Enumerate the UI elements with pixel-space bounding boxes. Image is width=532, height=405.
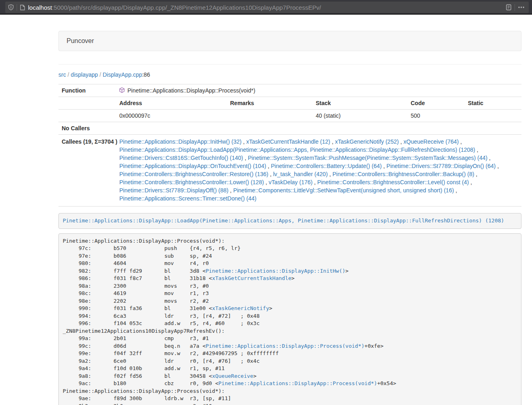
breadcrumb-link[interactable]: src	[58, 71, 66, 78]
highlighted-symbol-link[interactable]: Pinetime::Applications::DisplayApp::Load…	[63, 218, 504, 224]
callee-link[interactable]: Pinetime::Applications::Screens::Timer::…	[119, 195, 256, 202]
function-name: Pinetime::Applications::DisplayApp::Proc…	[127, 86, 255, 95]
static-value	[465, 110, 521, 122]
callees-label: Callees (19, Σ=3704 )	[58, 135, 116, 207]
symbol-cube-icon	[119, 87, 125, 95]
callee-link[interactable]: Pinetime::Components::LittleVgl::SetNewT…	[233, 187, 454, 194]
asm-symbol-link[interactable]: xTaskGenericNotify	[212, 305, 269, 311]
col-stack: Stack	[312, 97, 407, 110]
page-info-icon[interactable]	[20, 4, 25, 11]
url-text[interactable]: localhost:5000/path/src/displayapp/Displ…	[28, 4, 321, 11]
asm-symbol-link[interactable]: Pinetime::Applications::DisplayApp::Proc…	[206, 343, 364, 349]
browser-toolbar: localhost:5000/path/src/displayapp/Displ…	[0, 0, 532, 15]
col-address: Address	[116, 97, 227, 110]
page-content: Puncover src / displayapp / DisplayApp.c…	[58, 31, 521, 405]
address-value: 0x0000097c	[116, 110, 227, 122]
breadcrumb: src / displayapp / DisplayApp.cpp:86	[58, 71, 521, 79]
url-bar[interactable]: localhost:5000/path/src/displayapp/Displ…	[5, 2, 529, 13]
callee-link[interactable]: Pinetime::Controllers::BrightnessControl…	[119, 171, 268, 177]
divider	[58, 64, 521, 65]
callee-link[interactable]: xTaskGenericNotify (252)	[335, 138, 398, 145]
callee-link[interactable]: vTaskDelay (176)	[269, 179, 312, 185]
callee-link[interactable]: Pinetime::Drivers::Cst816S::GetTouchInfo…	[119, 155, 243, 161]
breadcrumb-link[interactable]: displayapp	[71, 71, 98, 78]
function-table: Function Pinetime::Applications::Display…	[58, 84, 521, 207]
asm-symbol-link[interactable]: xTaskGetCurrentTaskHandle	[212, 275, 291, 281]
asm-symbol-link[interactable]: xQueueReceive	[212, 373, 253, 379]
callee-link[interactable]: Pinetime::Drivers::St7789::DisplayOff() …	[119, 187, 228, 194]
callees-row: Callees (19, Σ=3704 ) Pinetime::Applicat…	[58, 135, 521, 207]
code-value: 500	[407, 110, 465, 122]
no-callers-label: No Callers	[58, 122, 116, 135]
divider	[515, 4, 515, 11]
breadcrumb-link[interactable]: DisplayApp.cpp	[103, 71, 142, 78]
callee-link[interactable]: Pinetime::Controllers::BrightnessControl…	[119, 179, 264, 185]
stack-value: 40 (static)	[312, 110, 407, 122]
callee-link[interactable]: Pinetime::Applications::DisplayApp::Init…	[119, 138, 241, 145]
col-remarks: Remarks	[227, 97, 312, 110]
highlighted-symbol: Pinetime::Applications::DisplayApp::Load…	[58, 213, 521, 229]
stats-header-row: Address Remarks Stack Code Static	[58, 97, 521, 110]
url-path: :5000/path/src/displayapp/DisplayApp.cpp…	[52, 4, 321, 11]
callee-link[interactable]: Pinetime::Applications::DisplayApp::Load…	[119, 146, 475, 153]
asm-symbol-link[interactable]: Pinetime::Applications::DisplayApp::Proc…	[218, 380, 377, 386]
app-header-panel: Puncover	[58, 31, 521, 51]
function-label: Function	[58, 84, 116, 97]
callee-link[interactable]: Pinetime::Drivers::St7789::DisplayOn() (…	[386, 163, 495, 169]
divider	[17, 4, 17, 11]
callee-link[interactable]: Pinetime::Applications::DisplayApp::OnTo…	[119, 163, 266, 169]
callee-link[interactable]: Pinetime::System::SystemTask::PushMessag…	[248, 155, 488, 161]
page-title: Puncover	[67, 37, 94, 45]
callees-list: Pinetime::Applications::DisplayApp::Init…	[116, 135, 521, 207]
shield-permissions-icon[interactable]	[8, 4, 14, 11]
url-host: localhost	[28, 4, 52, 11]
page-actions-menu-icon[interactable]	[518, 4, 525, 11]
function-row: Function Pinetime::Applications::Display…	[58, 84, 521, 97]
callee-link[interactable]: xQueueReceive (764)	[403, 138, 459, 145]
no-callers-row: No Callers	[58, 122, 521, 135]
col-code: Code	[407, 97, 465, 110]
stats-value-row: 0x0000097c 40 (static) 500	[58, 110, 521, 122]
callee-link[interactable]: Pinetime::Controllers::Battery::Update()…	[271, 163, 382, 169]
callee-link[interactable]: xTaskGetCurrentTaskHandle (12)	[246, 138, 330, 145]
reader-mode-icon[interactable]	[506, 4, 512, 11]
callee-link[interactable]: Pinetime::Controllers::BrightnessControl…	[332, 171, 474, 177]
assembly-listing: Pinetime::Applications::DisplayApp::Proc…	[58, 233, 521, 405]
asm-symbol-link[interactable]: Pinetime::Applications::DisplayApp::Init…	[206, 268, 345, 274]
callee-link[interactable]: lv_task_handler (420)	[273, 171, 328, 177]
col-static: Static	[465, 97, 521, 110]
remarks-value	[227, 110, 312, 122]
callee-link[interactable]: Pinetime::Controllers::BrightnessControl…	[317, 179, 469, 185]
